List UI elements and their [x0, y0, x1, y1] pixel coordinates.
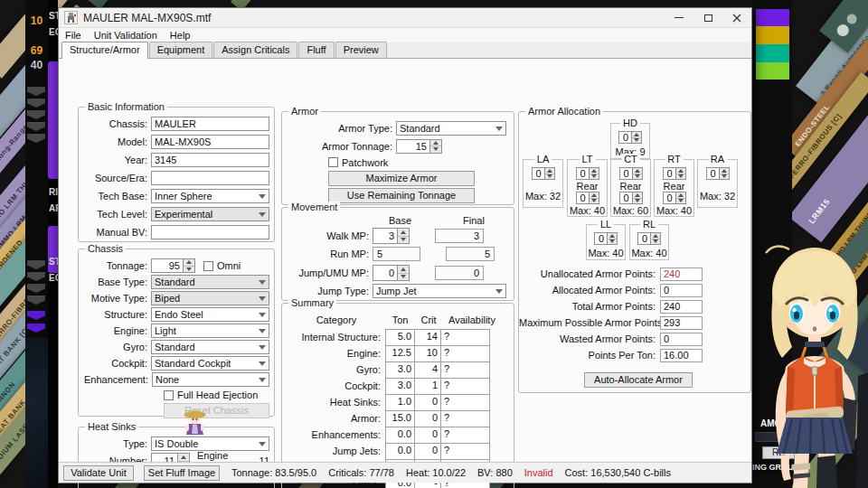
set-fluff-image-button[interactable]: Set Fluff Image — [144, 465, 220, 481]
spinner-down-icon[interactable] — [608, 239, 617, 245]
spinner-down-icon[interactable] — [590, 174, 599, 180]
spinner-down-icon[interactable] — [184, 267, 194, 273]
app-icon — [64, 11, 78, 24]
validate-unit-button[interactable]: Validate Unit — [63, 465, 134, 481]
lt-armor-spinner[interactable]: 0 — [576, 167, 599, 180]
armor-type-select[interactable]: Standard — [396, 121, 506, 136]
engine-select[interactable]: Light — [151, 324, 269, 338]
spinner-down-icon[interactable] — [545, 174, 554, 180]
tonnage-spinner[interactable]: 95 — [151, 258, 195, 273]
spinner-down-icon[interactable] — [633, 174, 642, 180]
menu-file[interactable]: File — [59, 30, 88, 41]
close-button[interactable] — [722, 8, 751, 27]
year-input[interactable]: 3145 — [151, 153, 269, 167]
spinner-down-icon[interactable] — [676, 174, 685, 180]
tab-fluff[interactable]: Fluff — [298, 42, 334, 58]
run-mp-label: Run MP: — [288, 249, 373, 259]
motive-type-select[interactable]: Biped — [151, 291, 269, 305]
source-era-input[interactable] — [151, 171, 269, 185]
spinner-up-icon[interactable] — [398, 229, 409, 237]
ra-armor-spinner[interactable]: 0 — [706, 167, 730, 180]
spinner-down-icon[interactable] — [720, 174, 729, 180]
heat-sink-type-select[interactable]: IS Double — [151, 436, 269, 451]
spinner-down-icon[interactable] — [651, 239, 660, 245]
summary-row: Jump Jets:0.00? — [288, 444, 509, 460]
hd-armor-spinner[interactable]: 0 — [618, 131, 642, 144]
model-input[interactable]: MAL-MX90S — [151, 135, 269, 149]
tab-assign-criticals[interactable]: Assign Criticals — [213, 42, 297, 58]
auto-allocate-armor-button[interactable]: Auto-Allocate Armor — [584, 372, 693, 388]
chevron-list-item — [27, 87, 45, 96]
patchwork-checkbox[interactable] — [328, 157, 338, 167]
total-armor-value: 240 — [660, 300, 703, 314]
manual-bv-input[interactable] — [151, 225, 269, 239]
armor-group: Armor Armor Type: Standard Armor Tonnage… — [281, 111, 514, 205]
la-armor-spinner[interactable]: 0 — [532, 167, 555, 180]
model-label: Model: — [84, 136, 151, 147]
maximize-button[interactable] — [693, 8, 722, 27]
maximize-icon — [704, 14, 712, 22]
summary-row: Heat Sinks:1.00? — [288, 395, 509, 411]
chassis-input[interactable]: MAULER — [151, 117, 269, 131]
rt-armor-spinner[interactable]: 0 — [663, 167, 686, 180]
spinner-up-icon[interactable] — [178, 454, 189, 462]
lt-rear-armor-spinner[interactable]: 0 — [576, 192, 599, 204]
chevron-list-item — [27, 122, 45, 131]
base-type-select[interactable]: Standard — [151, 275, 269, 289]
tech-base-label: Tech Base: — [84, 191, 151, 202]
group-title: Armor — [288, 106, 321, 117]
gyro-select[interactable]: Standard — [151, 340, 269, 354]
summary-header-row: Category Ton Crit Availability — [288, 314, 509, 326]
tech-level-select[interactable]: Experimental — [151, 207, 269, 221]
menu-unit-validation[interactable]: Unit Validation — [88, 30, 164, 41]
jump-type-select[interactable]: Jump Jet — [373, 284, 506, 298]
ct-armor-spinner[interactable]: 0 — [619, 167, 643, 180]
spinner-down-icon[interactable] — [633, 199, 642, 204]
spinner-up-icon[interactable] — [398, 266, 409, 274]
use-remaining-tonnage-button[interactable]: Use Remaining Tonnage — [328, 188, 475, 203]
spinner-down-icon[interactable] — [398, 274, 409, 281]
armor-location-ll: LL 0 Max: 40 — [586, 224, 626, 260]
rl-armor-spinner[interactable]: 0 — [637, 232, 661, 245]
tab-preview[interactable]: Preview — [335, 42, 387, 58]
spinner-down-icon[interactable] — [398, 237, 409, 244]
group-title: Summary — [288, 297, 336, 308]
spinner-down-icon[interactable] — [590, 199, 599, 204]
tab-equipment[interactable]: Equipment — [149, 42, 213, 58]
full-head-ejection-checkbox[interactable] — [164, 390, 174, 400]
chevron-down-icon — [255, 276, 269, 288]
jump-mp-spinner[interactable]: 0 — [373, 265, 410, 281]
armor-tonnage-spinner[interactable]: 15 — [396, 139, 442, 154]
summary-row: Internal Structure:5.014? — [288, 330, 509, 346]
enhancement-select[interactable]: None — [152, 372, 269, 387]
menu-help[interactable]: Help — [164, 30, 197, 41]
final-column-header: Final — [449, 215, 498, 226]
spinner-down-icon[interactable] — [632, 138, 641, 144]
rt-rear-armor-spinner[interactable]: 0 — [663, 192, 686, 204]
swatch-green — [756, 62, 789, 80]
motive-type-label: Motive Type: — [84, 293, 151, 304]
bg-card-icon — [844, 12, 858, 25]
ll-armor-spinner[interactable]: 0 — [594, 232, 618, 245]
desktop-mascot-sprite — [183, 406, 207, 436]
spinner-down-icon[interactable] — [430, 146, 441, 153]
bg-card-icon — [835, 22, 851, 38]
minimize-button[interactable] — [665, 8, 693, 27]
tab-structure-armor[interactable]: Structure/Armor — [61, 42, 148, 59]
armor-location-lt: LT 0 Rear 0 Max: 40 — [567, 159, 608, 217]
anime-character-overlay — [762, 240, 868, 488]
walk-mp-spinner[interactable]: 3 — [373, 228, 410, 244]
structure-select[interactable]: Endo Steel — [151, 307, 269, 322]
summary-row: Cockpit:3.01? — [288, 379, 509, 395]
cockpit-select[interactable]: Standard Cockpit — [151, 356, 269, 371]
tech-base-select[interactable]: Inner Sphere — [151, 189, 269, 203]
title-bar[interactable]: MAULER MAL-MX90S.mtf — [59, 8, 751, 28]
maximize-armor-button[interactable]: Maximize Armor — [328, 171, 475, 186]
reset-chassis-button[interactable]: Reset Chassis — [164, 403, 269, 418]
spinner-up-icon[interactable] — [184, 259, 194, 267]
chevron-down-icon — [492, 285, 505, 297]
spinner-up-icon[interactable] — [430, 140, 441, 147]
ct-rear-armor-spinner[interactable]: 0 — [619, 192, 643, 204]
omni-checkbox[interactable] — [203, 261, 213, 271]
spinner-down-icon[interactable] — [676, 199, 685, 204]
